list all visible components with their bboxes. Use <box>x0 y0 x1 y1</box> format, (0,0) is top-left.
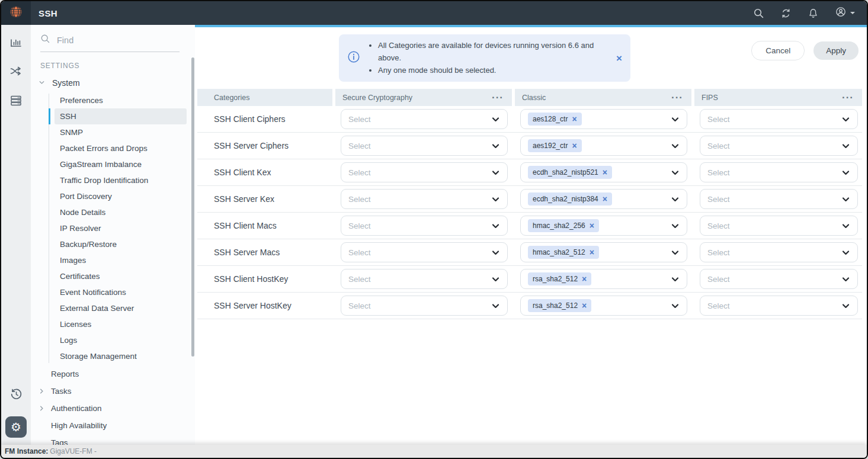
fips-select[interactable]: Select <box>700 242 858 262</box>
remove-tag-icon[interactable]: × <box>590 248 594 256</box>
classic-select[interactable]: ecdh_sha2_nistp384 × <box>520 189 687 209</box>
inventory-nodes-icon[interactable] <box>9 94 23 108</box>
sidebar-item-authentication[interactable]: Authentication <box>31 400 195 417</box>
secure-cryptography-select[interactable]: Select <box>341 242 508 262</box>
category-label: SSH Client Kex <box>197 168 332 177</box>
info-icon <box>347 50 360 66</box>
column-header-fips: FIPS ··· <box>694 89 862 106</box>
chevron-right-icon <box>39 405 49 412</box>
sidebar-item-gigastream-imbalance[interactable]: GigaStream Imbalance <box>55 156 187 172</box>
sidebar-item-external-data-server[interactable]: External Data Server <box>55 300 187 316</box>
chevron-down-icon <box>841 248 850 257</box>
sidebar-item-node-details[interactable]: Node Details <box>55 204 187 220</box>
chevron-down-icon <box>841 301 850 310</box>
fips-select[interactable]: Select <box>700 109 858 129</box>
top-bar: SSH <box>1 1 867 25</box>
selected-value-tag[interactable]: rsa_sha2_512 × <box>528 272 591 285</box>
sidebar-item-high-availability[interactable]: High Availability <box>31 417 195 434</box>
classic-select[interactable]: rsa_sha2_512 × <box>520 296 687 316</box>
remove-tag-icon[interactable]: × <box>603 168 607 176</box>
fips-select[interactable]: Select <box>700 162 858 182</box>
column-header-secure-cryptography: Secure Cryptography ··· <box>335 89 512 106</box>
selected-value-tag[interactable]: hmac_sha2_512 × <box>528 246 599 259</box>
category-label: SSH Server Macs <box>197 248 332 257</box>
sidebar-item-label: Storage Management <box>60 352 137 361</box>
sidebar-item-port-discovery[interactable]: Port Discovery <box>55 188 187 204</box>
classic-select[interactable]: aes128_ctr × <box>520 109 687 129</box>
sidebar-item-reports[interactable]: Reports <box>31 365 195 383</box>
sidebar-item-system[interactable]: System <box>31 75 195 91</box>
settings-gear-icon[interactable]: ⚙ <box>5 416 27 438</box>
cancel-button[interactable]: Cancel <box>751 41 805 60</box>
selected-value-tag[interactable]: aes128_ctr × <box>528 113 582 126</box>
classic-select[interactable]: hmac_sha2_256 × <box>520 216 687 236</box>
classic-select[interactable]: rsa_sha2_512 × <box>520 269 687 289</box>
sidebar-item-label: SNMP <box>60 128 83 137</box>
selected-value-tag[interactable]: hmac_sha2_256 × <box>528 219 599 232</box>
status-bar: FM Instance: GigaVUE-FM - <box>1 445 867 458</box>
chevron-down-icon <box>491 168 500 177</box>
table-row: SSH Client Ciphers Select aes128_ctr × <box>197 106 862 133</box>
sidebar-item-packet-errors-and-drops[interactable]: Packet Errors and Drops <box>55 140 187 156</box>
chevron-down-icon <box>841 222 850 230</box>
selected-value-tag[interactable]: rsa_sha2_512 × <box>528 299 591 312</box>
fips-select[interactable]: Select <box>700 189 858 209</box>
sidebar-item-snmp[interactable]: SNMP <box>55 124 187 140</box>
classic-select[interactable]: aes192_ctr × <box>520 136 687 156</box>
remove-tag-icon[interactable]: × <box>582 301 587 310</box>
remove-tag-icon[interactable]: × <box>572 142 576 150</box>
sidebar-item-ssh[interactable]: SSH <box>55 108 187 124</box>
banner-close-icon[interactable]: × <box>616 53 622 63</box>
category-label: SSH Server HostKey <box>197 301 332 310</box>
secure-cryptography-select[interactable]: Select <box>341 216 508 236</box>
sidebar-item-ip-resolver[interactable]: IP Resolver <box>55 220 187 236</box>
secure-cryptography-select[interactable]: Select <box>341 136 508 156</box>
secure-cryptography-select[interactable]: Select <box>341 269 508 289</box>
fips-select[interactable]: Select <box>700 296 858 316</box>
secure-cryptography-select[interactable]: Select <box>341 109 508 129</box>
sidebar-scrollbar[interactable] <box>191 57 194 357</box>
selected-value-tag[interactable]: aes192_ctr × <box>528 139 582 152</box>
sidebar-item-label: Preferences <box>60 96 103 105</box>
history-icon[interactable] <box>9 387 23 401</box>
fips-select[interactable]: Select <box>700 269 858 289</box>
remove-tag-icon[interactable]: × <box>590 222 594 230</box>
user-menu[interactable] <box>835 6 855 20</box>
sidebar-item-event-notifications[interactable]: Event Notifications <box>55 284 187 300</box>
category-label: SSH Client Macs <box>197 221 332 230</box>
sidebar-item-backup-restore[interactable]: Backup/Restore <box>55 236 187 252</box>
search-icon[interactable] <box>753 8 764 19</box>
traffic-icon[interactable] <box>9 64 23 78</box>
sidebar-item-certificates[interactable]: Certificates <box>55 268 187 284</box>
selected-value-tag[interactable]: ecdh_sha2_nistp384 × <box>528 192 612 206</box>
notifications-icon[interactable] <box>808 8 819 19</box>
apply-button[interactable]: Apply <box>813 41 859 60</box>
sidebar-item-images[interactable]: Images <box>55 252 187 268</box>
gigamon-logo[interactable] <box>1 1 31 25</box>
secure-cryptography-select[interactable]: Select <box>341 189 508 209</box>
search-icon <box>40 34 50 46</box>
sidebar-item-tasks[interactable]: Tasks <box>31 383 195 400</box>
fips-select[interactable]: Select <box>700 136 858 156</box>
dashboard-chart-icon[interactable] <box>9 34 23 49</box>
refresh-icon[interactable] <box>780 8 792 19</box>
secure-cryptography-select[interactable]: Select <box>341 296 508 316</box>
find-input[interactable] <box>57 36 180 45</box>
secure-cryptography-select[interactable]: Select <box>341 162 508 182</box>
remove-tag-icon[interactable]: × <box>572 115 576 123</box>
remove-tag-icon[interactable]: × <box>582 275 587 283</box>
classic-select[interactable]: hmac_sha2_512 × <box>520 242 687 262</box>
selected-value-tag[interactable]: ecdh_sha2_nistp521 × <box>528 166 612 179</box>
sidebar-item-tags[interactable]: Tags <box>31 434 195 445</box>
sidebar-item-traffic-drop-identification[interactable]: Traffic Drop Identification <box>55 172 187 188</box>
find-search[interactable] <box>40 34 180 52</box>
classic-select[interactable]: ecdh_sha2_nistp521 × <box>520 162 687 182</box>
sidebar-item-label: Logs <box>60 336 77 345</box>
sidebar-item-preferences[interactable]: Preferences <box>55 92 187 108</box>
fips-select[interactable]: Select <box>700 216 858 236</box>
remove-tag-icon[interactable]: × <box>603 195 607 203</box>
sidebar-other-items: Reports Tasks Authentication High Availa… <box>31 365 195 445</box>
sidebar-item-storage-management[interactable]: Storage Management <box>55 348 187 364</box>
sidebar-item-licenses[interactable]: Licenses <box>55 316 187 332</box>
sidebar-item-logs[interactable]: Logs <box>55 332 187 348</box>
